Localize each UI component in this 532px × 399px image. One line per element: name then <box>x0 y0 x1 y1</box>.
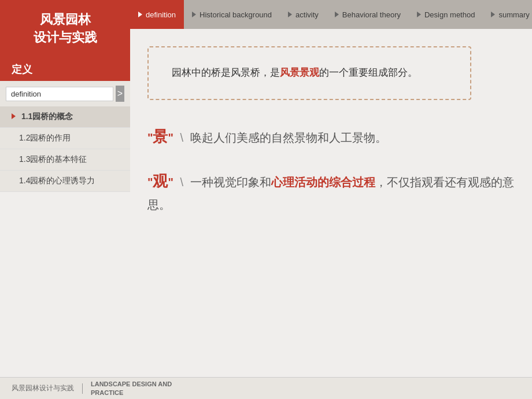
highlight-text: 风景景观 <box>280 67 319 78</box>
left-panel: 定义 > 1.1园桥的概念 1.2园桥的作用 1.3园桥的基本特征 1.4园桥的… <box>0 58 130 192</box>
menu-item-1-3[interactable]: 1.3园桥的基本特征 <box>0 149 130 171</box>
section-header: 定义 <box>0 58 130 81</box>
brand-line2: 设计与实践 <box>34 30 97 45</box>
definition-input-row: > <box>0 81 130 106</box>
footer: 风景园林设计与实践 LANDSCAPE DESIGN AND PRACTICE <box>0 377 532 399</box>
menu-item-1-1[interactable]: 1.1园桥的概念 <box>0 106 130 128</box>
nav-item-activity[interactable]: activity <box>280 0 327 29</box>
guan-highlight: 心理活动的综合过程 <box>271 176 375 189</box>
nav-arrow-definition <box>138 12 142 17</box>
nav-arrow-historical <box>192 12 196 17</box>
quote-jing: "景" \ 唤起人们美感的自然景物和人工景物。 <box>147 123 515 150</box>
nav-arrow-summary <box>491 12 495 17</box>
info-box-text: 园林中的桥是风景桥，是风景景观的一个重要组成部分。 <box>172 65 447 82</box>
definition-input[interactable] <box>6 87 113 101</box>
nav-item-historical[interactable]: Historical background <box>184 0 280 29</box>
nav-item-summary[interactable]: summary <box>483 0 532 29</box>
nav-item-behavioral[interactable]: Behavioral theory <box>327 0 409 29</box>
nav-arrow-design <box>417 12 421 17</box>
nav-item-design[interactable]: Design method <box>409 0 483 29</box>
nav-arrow-behavioral <box>335 12 339 17</box>
menu-item-1-2[interactable]: 1.2园桥的作用 <box>0 128 130 149</box>
brand-line1: 风景园林 <box>40 12 91 27</box>
footer-en-text: LANDSCAPE DESIGN AND PRACTICE <box>91 380 172 397</box>
footer-divider <box>82 383 83 394</box>
brand-box: 风景园林 设计与实践 <box>0 0 130 58</box>
nav-item-definition[interactable]: definition <box>130 0 184 29</box>
definition-arrow-button[interactable]: > <box>116 86 124 102</box>
nav-arrow-activity <box>288 12 292 17</box>
menu-item-1-4[interactable]: 1.4园桥的心理诱导力 <box>0 171 130 192</box>
quote-guan: "观" \ 一种视觉印象和心理活动的综合过程，不仅指观看还有观感的意思。 <box>147 168 515 216</box>
sub-arrow-icon <box>12 113 16 119</box>
main-content: 园林中的桥是风景桥，是风景景观的一个重要组成部分。 "景" \ 唤起人们美感的自… <box>130 29 532 399</box>
info-box: 园林中的桥是风景桥，是风景景观的一个重要组成部分。 <box>147 46 471 100</box>
brand-title: 风景园林 设计与实践 <box>34 11 97 47</box>
footer-brand-text: 风景园林设计与实践 <box>12 383 74 393</box>
